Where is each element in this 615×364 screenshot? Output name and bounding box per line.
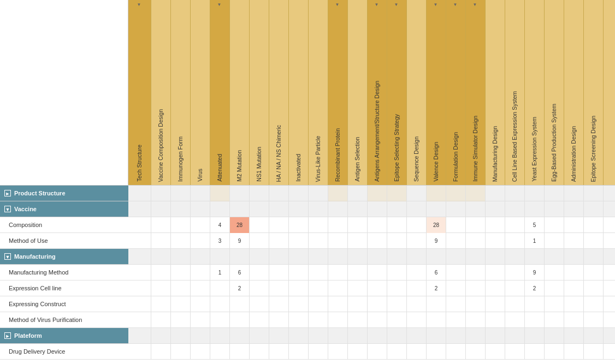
col-header-label-tech-structure: Tech Structure: [136, 145, 143, 182]
cell-composition-virus: [191, 217, 210, 233]
spacer-cell-mfg: [387, 249, 407, 265]
spacer-cell-mfg: [525, 249, 545, 265]
spacer-cell: [348, 201, 368, 217]
filter-icon-immune-simulator[interactable]: ▼: [473, 2, 478, 8]
col-header-antigens-arrangement[interactable]: ▼ Antigens Arrangement/Structure Design: [368, 0, 387, 185]
cell-vp-2: [171, 312, 191, 328]
cell-ec-14: [407, 296, 427, 312]
spacer-cell-mfg: [486, 249, 505, 265]
spacer-cell: [128, 186, 151, 201]
col-header-epitope-screening[interactable]: Epitope Screening Design: [584, 0, 604, 185]
cell-mfg-immune-sim: [466, 265, 486, 281]
filter-icon-tech-structure[interactable]: ▼: [137, 2, 143, 8]
col-header-immunogen-form[interactable]: Immunogen Form: [171, 0, 191, 185]
col-header-recombinant[interactable]: ▼ Recombinant Protein: [328, 0, 348, 185]
col-header-virus-like[interactable]: Virus-Like Particle: [309, 0, 328, 185]
spacer-cell-mfg: [328, 249, 348, 265]
cell-ec-6: [250, 296, 269, 312]
spacer-cell: [289, 201, 309, 217]
col-header-yeast-expression[interactable]: Yeast Expression System: [525, 0, 545, 185]
group-header-product-structure[interactable]: ► Product Structure: [0, 186, 128, 201]
filter-icon-recombinant[interactable]: ▼: [335, 2, 341, 8]
expand-icon-plateform[interactable]: ►: [4, 332, 11, 339]
col-header-administration-design[interactable]: Administration Design: [564, 0, 584, 185]
cell-composition-inactivated: [289, 217, 309, 233]
spacer-cell: [427, 201, 446, 217]
cell-mou-inactivated: [289, 233, 309, 249]
cell-ecl-formulation: [446, 281, 466, 296]
cell-mou-cell-line: [505, 233, 525, 249]
filter-icon-antigens-arrangement[interactable]: ▼: [375, 2, 380, 8]
data-rows: 4 28 28 5: [128, 186, 615, 360]
cell-ecl-vlp: [309, 281, 328, 296]
cell-dd-5: [230, 344, 250, 360]
cell-ecl-epitope-sel: [387, 281, 407, 296]
filter-icon-formulation-design[interactable]: ▼: [453, 2, 459, 8]
spacer-cell: [564, 201, 584, 217]
filter-icon-attenuated[interactable]: ▼: [217, 2, 223, 8]
cell-mou-antigens-arr: [368, 233, 387, 249]
spacer-cell-pf: [564, 328, 584, 344]
spacer-cell: [427, 186, 446, 201]
cell-ecl-attenuated: [210, 281, 230, 296]
spacer-cell-pf: [348, 328, 368, 344]
col-header-manufacturing-design[interactable]: Manufacturing Design: [486, 0, 505, 185]
col-header-sequence-design[interactable]: Sequence Design: [407, 0, 427, 185]
spacer-cell: [269, 201, 289, 217]
cell-ecl-virus: [191, 281, 210, 296]
spacer-cell: [328, 201, 348, 217]
col-header-virus[interactable]: Virus: [191, 0, 210, 185]
filter-icon-epitope-selecting[interactable]: ▼: [394, 2, 400, 8]
col-header-inactivated[interactable]: Inactivated: [289, 0, 309, 185]
expand-icon-manufacturing[interactable]: ▼: [4, 253, 11, 260]
col-label-sequence-design: Sequence Design: [413, 136, 420, 182]
cell-composition-cell-line: [505, 217, 525, 233]
cell-mfg-cell-line: [505, 265, 525, 281]
col-label-virus: Virus: [197, 169, 204, 182]
cell-ec-23: [584, 296, 604, 312]
col-header-tech-structure[interactable]: ▼ Tech Structure: [128, 0, 151, 185]
spacer-cell-pf: [269, 328, 289, 344]
cell-mou-valence: 9: [427, 233, 446, 249]
cell-composition-vaccine-comp: [151, 217, 171, 233]
cell-vp-12: [368, 312, 387, 328]
cell-mou-attenuated: 3: [210, 233, 230, 249]
group-header-plateform[interactable]: ► Plateform: [0, 328, 128, 344]
expand-icon-vaccine[interactable]: ▼: [4, 206, 11, 212]
col-header-cell-line[interactable]: Cell Line Based Expression System: [505, 0, 525, 185]
col-header-antigen-selection[interactable]: Antigen Selection: [348, 0, 368, 185]
cell-dd-1: [151, 344, 171, 360]
col-header-vaccine-composition[interactable]: Vaccine Composition Design: [151, 0, 171, 185]
expand-icon-product-structure[interactable]: ►: [4, 190, 11, 196]
col-header-m2-mutation[interactable]: M2 Mutation: [230, 0, 250, 185]
spacer-cell: [309, 201, 328, 217]
cell-ec-4: [210, 296, 230, 312]
col-header-ns1-mutation[interactable]: NS1 Mutation: [250, 0, 269, 185]
col-header-attenuated[interactable]: ▼ Attenuated: [210, 0, 230, 185]
cell-mfg-epitope-sel: [387, 265, 407, 281]
cell-mfg-m2: 6: [230, 265, 250, 281]
col-label-yeast-expression: Yeast Expression System: [531, 117, 538, 182]
spacer-cell-pf: [309, 328, 328, 344]
group-header-vaccine[interactable]: ▼ Vaccine: [0, 201, 128, 217]
right-panel[interactable]: ▼ Tech Structure Vaccine Composition Des…: [128, 0, 615, 364]
spacer-cell: [407, 201, 427, 217]
col-header-epitope-selecting[interactable]: ▼ Epitope Selecting Strategy: [387, 0, 407, 185]
spacer-cell: [368, 201, 387, 217]
cell-mfg-antigens-arr: [368, 265, 387, 281]
spacer-cell-mfg: [128, 249, 151, 265]
cell-mou-m2: 9: [230, 233, 250, 249]
col-label-vaccine-composition: Vaccine Composition Design: [157, 109, 164, 182]
col-header-immune-simulator[interactable]: ▼ Immune Simulator Design: [466, 0, 486, 185]
cell-composition-immunogen: [171, 217, 191, 233]
spacer-cell: [191, 186, 210, 201]
col-header-valence-design[interactable]: ▼ Valence Design: [427, 0, 446, 185]
group-header-manufacturing[interactable]: ▼ Manufacturing: [0, 249, 128, 265]
cell-mou-epitope-sel: [387, 233, 407, 249]
col-header-formulation-design[interactable]: ▼ Formulation Design: [446, 0, 466, 185]
filter-icon-valence-design[interactable]: ▼: [434, 2, 439, 8]
cell-composition-epitope-screen: [584, 217, 604, 233]
col-header-ha-na[interactable]: HA / NA / NS Chimeric: [269, 0, 289, 185]
spacer-cell-pf: [230, 328, 250, 344]
col-header-egg-based[interactable]: Egg-Based Production System: [545, 0, 564, 185]
